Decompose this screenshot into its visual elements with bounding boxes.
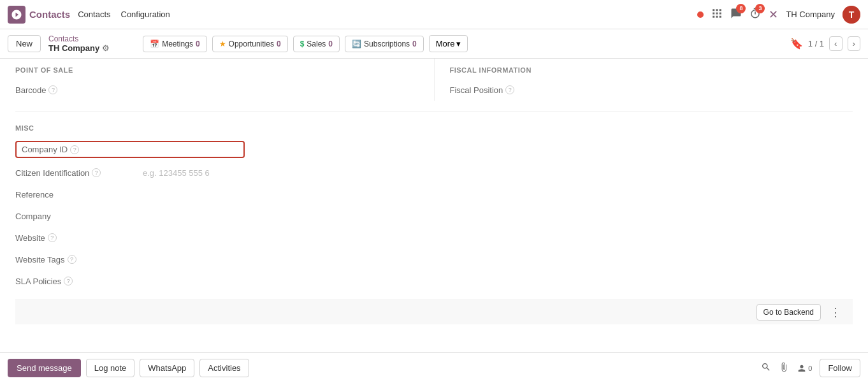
company-label: Company (15, 212, 143, 221)
barcode-field: Barcode ? (15, 79, 419, 101)
grid-icon[interactable] (711, 8, 723, 22)
citizen-id-label: Citizen Identification ? (15, 168, 143, 178)
action-bar: New Contacts TH Company ⚙ 📅 Meetings 0 ★… (0, 29, 868, 59)
settings-gear-button[interactable]: ⚙ (102, 43, 110, 53)
chat-icon[interactable]: 8 (730, 8, 742, 22)
website-label: Website ? (15, 233, 143, 243)
navbar-right: 8 3 ✕ TH Company T (697, 6, 860, 24)
misc-title: MISC (15, 117, 853, 137)
sla-policies-field: SLA Policies ? (15, 270, 853, 292)
reference-field: Reference (15, 184, 853, 205)
goto-backend-button[interactable]: Go to Backend (756, 304, 821, 321)
fiscal-position-label: Fiscal Position ? (450, 85, 577, 95)
opportunities-label: Opportunities (229, 40, 274, 48)
meetings-button[interactable]: 📅 Meetings 0 (143, 36, 206, 52)
pager-text: 1 / 1 (808, 39, 824, 48)
search-bottom-icon[interactable] (761, 362, 771, 375)
opportunities-count: 0 (277, 40, 281, 48)
sales-label: Sales (307, 40, 326, 48)
sla-policies-help-icon[interactable]: ? (64, 277, 73, 285)
subscriptions-count: 0 (412, 40, 417, 48)
citizen-id-help-icon[interactable]: ? (92, 168, 101, 177)
breadcrumb-parent[interactable]: Contacts (48, 34, 110, 43)
top-sections: POINT OF SALE Barcode ? FISCAL INFORMATI… (15, 59, 853, 101)
fiscal-position-field: Fiscal Position ? (450, 79, 853, 101)
fiscal-section: FISCAL INFORMATION Fiscal Position ? (435, 59, 853, 101)
bottom-right: 0 Follow (761, 359, 860, 377)
log-note-button[interactable]: Log note (86, 359, 135, 377)
subscriptions-label: Subscriptions (364, 40, 410, 48)
sales-button[interactable]: $ Sales 0 (293, 36, 340, 52)
user-avatar[interactable]: T (843, 6, 860, 24)
pos-title: POINT OF SALE (15, 59, 419, 79)
status-dot-icon (697, 9, 704, 20)
pager-next-button[interactable]: › (848, 36, 860, 51)
form-body: POINT OF SALE Barcode ? FISCAL INFORMATI… (0, 59, 868, 324)
more-chevron-icon: ▾ (456, 39, 461, 48)
breadcrumb: Contacts TH Company ⚙ (48, 34, 110, 53)
navbar: Contacts Contacts Configuration 8 3 ✕ TH… (0, 0, 868, 29)
sales-count: 0 (328, 40, 333, 48)
meetings-count: 0 (196, 40, 200, 48)
followers-count: 0 (808, 365, 812, 372)
website-tags-label: Website Tags ? (15, 255, 143, 264)
company-field: Company (15, 205, 853, 227)
bookmark-button[interactable]: 🔖 (790, 38, 803, 50)
pager-prev-button[interactable]: ‹ (829, 36, 842, 51)
opportunities-button[interactable]: ★ Opportunities 0 (212, 36, 288, 52)
company-id-field: Company ID ? (15, 137, 853, 162)
brand[interactable]: Contacts (8, 6, 70, 24)
subscriptions-icon: 🔄 (352, 40, 361, 48)
sales-icon: $ (300, 40, 305, 48)
main-nav: Contacts Configuration (78, 10, 170, 19)
misc-section: MISC Company ID ? Citizen Identification (15, 101, 853, 324)
nav-configuration[interactable]: Configuration (121, 10, 170, 19)
more-button[interactable]: More ▾ (429, 35, 468, 52)
close-nav-icon[interactable]: ✕ (769, 8, 778, 22)
timer-icon[interactable]: 3 (749, 8, 761, 22)
citizen-id-field: Citizen Identification ? e.g. 123455 555… (15, 162, 853, 184)
fiscal-title: FISCAL INFORMATION (450, 59, 853, 79)
sla-policies-label: SLA Policies ? (15, 277, 143, 286)
website-tags-field: Website Tags ? (15, 249, 853, 270)
company-id-label: Company ID ? (22, 145, 149, 154)
breadcrumb-current: TH Company ⚙ (48, 43, 110, 53)
website-tags-help-icon[interactable]: ? (68, 255, 76, 264)
send-message-button[interactable]: Send message (8, 359, 81, 377)
barcode-label: Barcode ? (15, 85, 143, 95)
goto-backend-bar: Go to Backend ⋮ (15, 300, 853, 324)
follow-button[interactable]: Follow (820, 359, 860, 377)
action-buttons: 📅 Meetings 0 ★ Opportunities 0 $ Sales 0… (143, 35, 468, 52)
reference-label: Reference (15, 190, 143, 199)
brand-name: Contacts (29, 9, 70, 20)
whatsapp-button[interactable]: WhatsApp (140, 359, 194, 377)
pos-section: POINT OF SALE Barcode ? (15, 59, 435, 101)
nav-contacts[interactable]: Contacts (78, 10, 110, 19)
citizen-id-placeholder[interactable]: e.g. 123455 555 6 (143, 168, 210, 178)
followers-icon: 0 (797, 363, 812, 373)
kebab-menu-button[interactable]: ⋮ (826, 304, 845, 321)
paperclip-icon[interactable] (779, 362, 789, 375)
website-help-icon[interactable]: ? (48, 233, 57, 242)
barcode-help-icon[interactable]: ? (48, 85, 57, 94)
fiscal-help-icon[interactable]: ? (505, 85, 514, 94)
timer-badge: 3 (755, 4, 765, 13)
subscriptions-button[interactable]: 🔄 Subscriptions 0 (345, 36, 424, 52)
meetings-label: Meetings (162, 40, 193, 48)
svg-text:T: T (849, 10, 855, 20)
brand-icon (8, 6, 25, 24)
bottom-bar: Send message Log note WhatsApp Activitie… (0, 352, 868, 383)
activities-button[interactable]: Activities (199, 359, 249, 377)
company-id-help-icon[interactable]: ? (70, 145, 79, 154)
pager-area: 🔖 1 / 1 ‹ › (790, 36, 860, 51)
meetings-icon: 📅 (150, 40, 159, 48)
chat-badge: 8 (736, 4, 746, 13)
website-field: Website ? (15, 227, 853, 249)
opportunities-icon: ★ (219, 40, 226, 48)
more-label: More (436, 39, 455, 48)
company-name: TH Company (786, 10, 835, 19)
new-button[interactable]: New (8, 35, 41, 52)
